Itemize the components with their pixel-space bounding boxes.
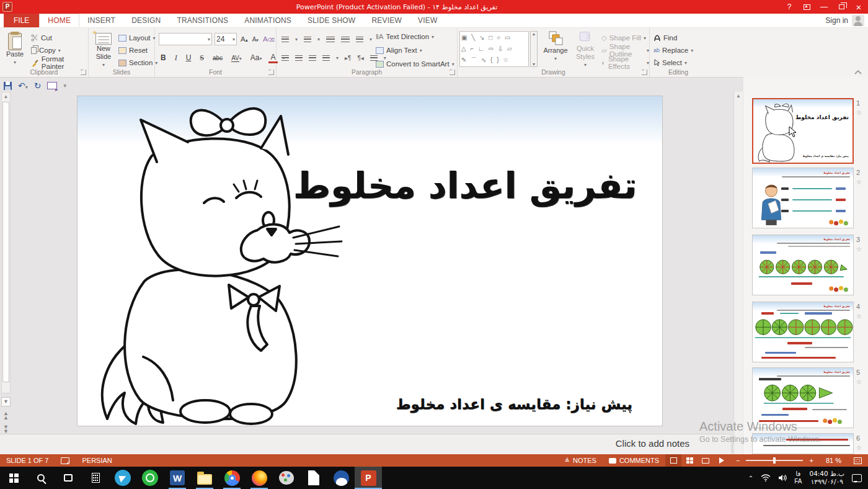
increase-indent-button[interactable] [341, 37, 350, 42]
numbering-button[interactable] [304, 37, 311, 42]
font-name-combo[interactable]: ▾ [159, 33, 212, 45]
character-spacing-button[interactable]: AV▾ [229, 55, 244, 61]
arrange-button[interactable]: Arrange▾ [541, 30, 570, 69]
paint-button[interactable] [273, 467, 300, 489]
powerpoint-taskbar-button[interactable]: P [355, 467, 382, 489]
layout-button[interactable]: Layout▾ [118, 32, 156, 44]
subscript-button[interactable]: abc [211, 55, 224, 61]
change-case-button[interactable]: Aa▾ [249, 53, 264, 62]
telegram-button[interactable] [109, 467, 136, 489]
word-button[interactable]: W [164, 467, 191, 489]
zoom-level[interactable]: 81 % [820, 454, 848, 467]
notes-toggle-button[interactable]: ≜NOTES [559, 454, 603, 467]
font-size-combo[interactable]: 24▾ [215, 33, 237, 45]
close-button[interactable]: × [851, 1, 867, 13]
scroll-up-arrow[interactable]: ▲ [2, 92, 10, 101]
drawing-dialog-launcher[interactable] [642, 70, 647, 75]
save-button[interactable] [4, 82, 12, 90]
thumbnail-slide-6[interactable] [752, 433, 854, 454]
copy-button[interactable]: Copy▾ [31, 44, 61, 56]
chrome-button[interactable] [218, 467, 246, 489]
action-center-icon[interactable] [852, 474, 862, 482]
tab-slide-show[interactable]: SLIDE SHOW [299, 14, 363, 27]
line-spacing-button[interactable] [356, 37, 363, 42]
bullets-button[interactable] [281, 37, 289, 42]
normal-view-button[interactable] [665, 454, 681, 467]
thumbnail-slide-1[interactable]: تفريق اعداد مخلوط پیش نیاز: مقایسه ی اعد… [752, 98, 854, 164]
slide-vertical-scrollbar[interactable]: ▲ [1, 92, 11, 393]
zoom-slider[interactable] [746, 460, 803, 461]
restore-button[interactable] [833, 1, 849, 13]
notepad-button[interactable] [300, 467, 327, 489]
grow-font-button[interactable]: A▴ [241, 35, 248, 43]
shrink-font-button[interactable]: A▾ [252, 36, 259, 43]
start-button[interactable] [0, 467, 27, 489]
align-center-button[interactable] [295, 55, 303, 61]
thumbnail-slide-5[interactable]: تفريق اعداد مخلوط [752, 367, 854, 428]
start-from-beginning-button[interactable] [47, 82, 57, 89]
slide-sorter-view-button[interactable] [681, 454, 698, 467]
whatsapp-button[interactable] [136, 467, 164, 489]
cat-clipart[interactable] [82, 97, 349, 426]
help-button[interactable]: ? [781, 1, 797, 13]
replace-button[interactable]: abReplace▾ [653, 44, 693, 56]
shape-fill-button[interactable]: ◇Shape Fill▾ [601, 32, 646, 44]
align-left-button[interactable] [281, 55, 289, 61]
align-text-button[interactable]: Align Text▾ [376, 44, 422, 56]
justify-button[interactable] [322, 55, 330, 61]
calculator-button[interactable] [82, 467, 109, 489]
thumbnail-slide-3[interactable]: تفريق اعداد مخلوط [752, 235, 854, 295]
scrollbar-thumb[interactable] [2, 102, 9, 382]
file-explorer-button[interactable] [191, 467, 218, 489]
shapes-gallery-scrollbar[interactable]: ▲▼ [530, 31, 538, 67]
reset-button[interactable]: Reset [118, 44, 148, 56]
reading-view-button[interactable] [698, 454, 714, 467]
comments-toggle-button[interactable]: COMMENTS [603, 454, 665, 467]
shapes-gallery[interactable]: ▣ ╲ ↘ □ ○ ▭△ ⌐ ∟ ⇨ ⇩ ▱✎ ⌒ ∿ { } ☆ [459, 31, 529, 67]
proofing-button[interactable] [55, 454, 76, 467]
thumbnail-slide-2[interactable]: تفريق اعداد مخلوط [752, 168, 854, 228]
slide-counter[interactable]: SLIDE 1 OF 7 [0, 454, 55, 467]
italic-button[interactable]: I [173, 53, 179, 63]
tray-expand-button[interactable]: ⌃ [748, 475, 753, 482]
strikethrough-button[interactable]: S [198, 53, 206, 63]
language-indicator[interactable]: PERSIAN [76, 454, 118, 467]
clear-formatting-button[interactable]: A⌫ [263, 35, 275, 43]
find-button[interactable]: Find [653, 32, 677, 44]
slide-show-button[interactable] [714, 454, 730, 467]
font-dialog-launcher[interactable] [268, 70, 274, 75]
zoom-slider-thumb[interactable] [773, 457, 776, 464]
ribbon-display-options-button[interactable] [799, 1, 815, 13]
customize-qat-button[interactable]: ▾ [63, 83, 66, 89]
redo-button[interactable]: ↻ [34, 81, 42, 91]
paste-button[interactable]: Paste▾ [1, 30, 29, 69]
next-slide-button[interactable]: ▼▼ [3, 425, 9, 434]
bold-button[interactable]: B [159, 53, 168, 62]
select-button[interactable]: Select▾ [653, 56, 687, 69]
rtl-direction-button[interactable]: ¶◂ [357, 55, 363, 61]
tab-home[interactable]: HOME [39, 14, 79, 27]
new-slide-button[interactable]: New Slide▾ [90, 30, 117, 69]
notes-pane[interactable]: Click to add notes [0, 434, 730, 454]
tab-animations[interactable]: ANIMATIONS [236, 14, 299, 27]
undo-button[interactable]: ↶▾ [18, 81, 28, 91]
quick-styles-button[interactable]: Quick Styles▾ [572, 30, 599, 69]
clock[interactable]: ب.ظ 04:40 ۱۳۹۹/۰۶/۰۹ [809, 470, 844, 486]
shape-outline-button[interactable]: ▱Shape Outline▾ [601, 44, 649, 56]
slide-canvas[interactable]: تفريق اعداد مخلوط پیش نیاز: مقایسه ی اعد… [77, 96, 663, 426]
scroll-down-arrow[interactable]: ▼ [1, 397, 11, 406]
format-painter-button[interactable]: Format Painter [31, 56, 88, 69]
previous-slide-button[interactable]: ▲▲ [3, 411, 9, 420]
thumbnail-scrollbar[interactable]: ▲ [733, 92, 743, 454]
search-button[interactable] [27, 467, 55, 489]
notes-placeholder[interactable]: Click to add notes [616, 438, 689, 449]
zoom-in-button[interactable]: + [807, 454, 819, 467]
blue-app-button[interactable] [327, 467, 355, 489]
cut-button[interactable]: Cut [31, 32, 52, 44]
wifi-icon[interactable] [761, 474, 771, 482]
slide-title[interactable]: تفريق اعداد مخلوط [291, 164, 639, 207]
language-switcher[interactable]: فا FA [794, 470, 802, 485]
decrease-indent-button[interactable] [326, 37, 335, 42]
zoom-out-button[interactable]: − [730, 454, 742, 467]
align-right-button[interactable] [309, 55, 316, 61]
